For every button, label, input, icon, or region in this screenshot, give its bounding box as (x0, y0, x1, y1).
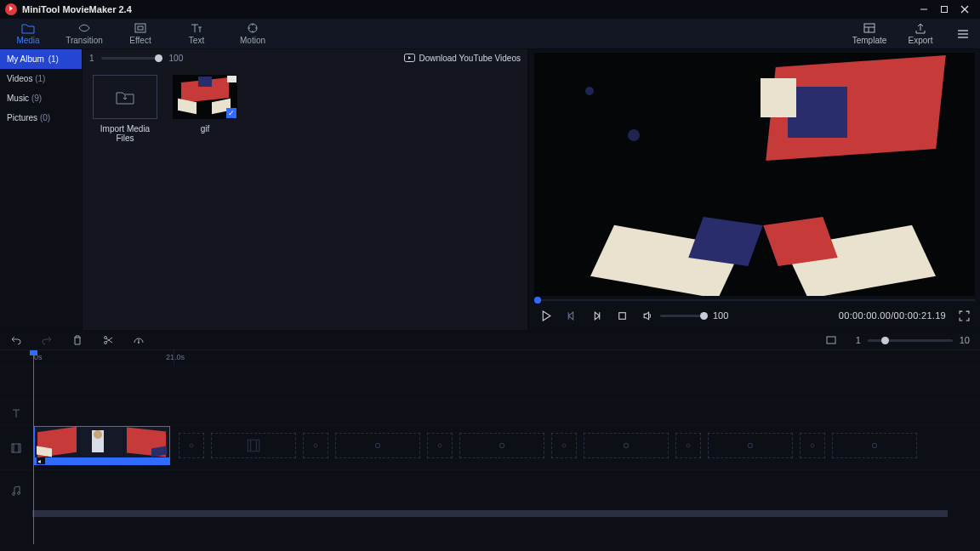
thumb-zoom-slider[interactable] (101, 57, 162, 60)
sidebar-item-count: (1) (48, 54, 59, 64)
text-track-icon (10, 407, 22, 419)
window-minimize-button[interactable] (914, 0, 934, 19)
sidebar-item-label: My Album (7, 54, 44, 64)
preview-viewport[interactable] (534, 53, 975, 296)
link-icon (185, 440, 197, 452)
sidebar-item-myalbum[interactable]: My Album (1) (0, 49, 82, 69)
tab-transition[interactable]: Transition (56, 19, 112, 48)
empty-video-slot[interactable] (211, 433, 296, 458)
sidebar-item-label: Music (7, 94, 29, 103)
mute-button[interactable] (640, 308, 655, 323)
template-label: Template (852, 36, 887, 45)
timeline-clip[interactable] (34, 426, 170, 465)
film-icon (246, 438, 261, 453)
menu-button[interactable] (946, 19, 980, 48)
fullscreen-button[interactable] (956, 308, 971, 323)
speaker-icon (642, 310, 653, 321)
sidebar-item-label: Pictures (7, 113, 37, 122)
window-maximize-button[interactable] (934, 0, 954, 19)
delete-button[interactable] (71, 334, 83, 346)
link-icon (867, 438, 882, 453)
link-icon (618, 438, 634, 453)
media-clip-label: gif (201, 124, 210, 133)
sidebar-item-pictures[interactable]: Pictures (0) (0, 108, 82, 128)
transition-slot[interactable] (179, 433, 204, 458)
media-clip-gif[interactable]: ✓ gif (171, 75, 239, 133)
import-media-button[interactable]: Import Media Files (91, 75, 159, 143)
fit-button[interactable] (825, 334, 837, 346)
svg-rect-5 (138, 26, 143, 30)
export-label: Export (909, 36, 933, 45)
svg-rect-22 (248, 440, 259, 452)
tab-media-label: Media (16, 36, 39, 45)
sidebar-item-count: (1) (35, 74, 45, 83)
split-button[interactable] (102, 334, 114, 346)
import-media-label: Import Media Files (91, 124, 159, 143)
timecode: 00:00:00.00/00:00:21.19 (839, 310, 946, 321)
tab-effect[interactable]: Effect (112, 19, 168, 48)
empty-video-slot[interactable] (708, 433, 793, 458)
speed-button[interactable] (133, 334, 145, 346)
timeline: 0s 21.0s (0, 350, 980, 517)
svg-point-17 (138, 342, 140, 344)
empty-video-slot[interactable] (335, 433, 420, 458)
media-panel: 1 100 Download YouTube Videos Import Med… (82, 49, 529, 330)
spacer-track (0, 366, 980, 400)
link-icon (558, 440, 570, 452)
text-icon (190, 22, 203, 34)
gauge-icon (133, 334, 145, 346)
svg-rect-4 (135, 24, 145, 32)
effect-icon (134, 22, 147, 34)
transition-slot[interactable] (303, 433, 328, 458)
next-frame-button[interactable] (589, 308, 604, 323)
fullscreen-icon (959, 310, 970, 321)
video-badge-icon (227, 76, 236, 82)
audio-track[interactable] (0, 469, 980, 510)
trash-icon (71, 334, 83, 346)
download-youtube-button[interactable]: Download YouTube Videos (404, 54, 521, 63)
tab-text[interactable]: Text (168, 19, 225, 48)
youtube-icon (404, 54, 415, 62)
main-toolbar: Media Transition Effect Text Motion Temp… (0, 19, 980, 49)
transition-slot[interactable] (800, 433, 825, 458)
empty-video-slot[interactable] (832, 433, 917, 458)
window-close-button[interactable] (954, 0, 975, 19)
empty-video-slot[interactable] (584, 433, 669, 458)
volume-slider[interactable] (660, 315, 708, 317)
sidebar-item-label: Videos (7, 74, 32, 83)
sidebar-item-videos[interactable]: Videos (1) (0, 69, 82, 88)
undo-button[interactable] (10, 334, 22, 346)
transition-slot[interactable] (675, 433, 701, 458)
motion-icon (246, 22, 259, 34)
timeline-zoom-max: 10 (960, 335, 970, 345)
tab-motion[interactable]: Motion (225, 19, 281, 48)
stop-button[interactable] (614, 308, 630, 323)
preview-progress[interactable] (534, 299, 975, 301)
timeline-zoom-slider[interactable] (868, 339, 953, 342)
timeline-zoom-min: 1 (856, 335, 861, 345)
download-youtube-label: Download YouTube Videos (419, 54, 521, 63)
video-track[interactable] (0, 425, 980, 469)
app-logo-icon (5, 3, 17, 15)
sidebar-item-count: (9) (31, 94, 42, 103)
transition-slot[interactable] (427, 433, 453, 458)
prev-frame-button[interactable] (563, 308, 578, 323)
transition-icon (77, 22, 91, 34)
timeline-scrollbar[interactable] (32, 510, 948, 517)
timeline-ruler[interactable]: 0s 21.0s (0, 350, 980, 366)
text-track[interactable] (0, 400, 980, 425)
play-button[interactable] (538, 308, 553, 323)
selected-check-icon: ✓ (226, 108, 236, 118)
redo-button[interactable] (41, 334, 53, 346)
export-button[interactable]: Export (895, 19, 946, 48)
empty-video-slot[interactable] (459, 433, 544, 458)
sidebar-item-music[interactable]: Music (9) (0, 88, 82, 108)
tab-motion-label: Motion (240, 36, 265, 45)
transition-slot[interactable] (551, 433, 577, 458)
tab-transition-label: Transition (66, 36, 103, 45)
titlebar: MiniTool MovieMaker 2.4 (0, 0, 980, 19)
tab-text-label: Text (189, 36, 204, 45)
tab-media[interactable]: Media (0, 19, 56, 48)
link-icon (494, 438, 510, 453)
template-button[interactable]: Template (844, 19, 895, 48)
